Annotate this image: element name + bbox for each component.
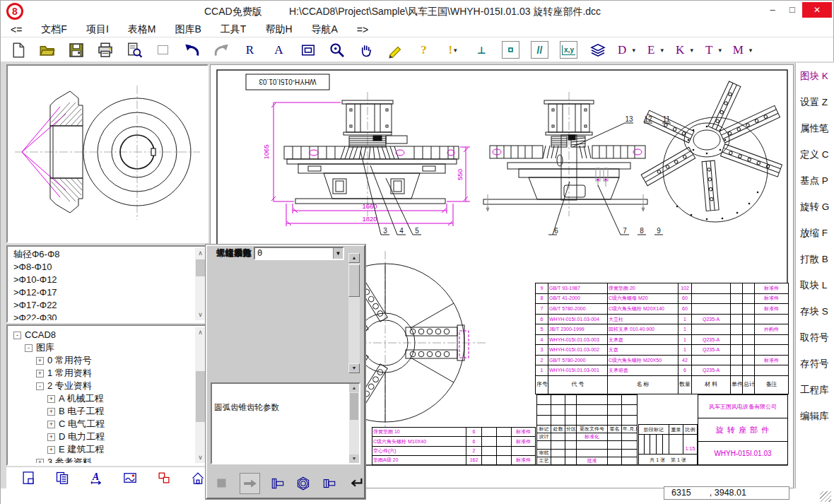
tree-expander-icon[interactable]: + (47, 433, 55, 441)
field-combobox[interactable]: 0▼ (254, 247, 344, 260)
print-icon[interactable] (96, 41, 114, 59)
home-icon[interactable] (190, 470, 206, 486)
tree-item[interactable]: + 0 常用符号 (9, 354, 195, 367)
tree-item[interactable]: - CCAD8 (9, 329, 195, 341)
sidebar-menu-item[interactable]: 取符号 (796, 324, 834, 351)
next-step-icon[interactable] (240, 473, 259, 494)
list-item[interactable]: 轴径Φ6-Φ8 (9, 248, 195, 261)
nut-icon[interactable] (295, 475, 311, 492)
scroll-up-icon[interactable]: ∧ (195, 248, 206, 259)
scroll-up-icon[interactable]: ▲ (349, 384, 359, 392)
scroll-up-icon[interactable]: ▲ (348, 253, 360, 263)
parallel-snap-icon[interactable]: // (531, 41, 548, 59)
sidebar-menu-item[interactable]: 属性笔 (796, 115, 834, 141)
tree-expander-icon[interactable]: + (47, 446, 55, 454)
important-dropdown-icon[interactable]: !▾ (444, 41, 462, 59)
d-menu-button[interactable]: D▾ (618, 41, 635, 59)
scroll-down-icon[interactable]: ▼ (349, 455, 359, 463)
scroll-up-icon[interactable]: ∧ (195, 327, 206, 338)
tree-expander-icon[interactable]: + (36, 357, 44, 365)
tree-item[interactable]: - 图库 (9, 341, 195, 354)
sidebar-menu-item[interactable]: 存符号 (796, 351, 834, 377)
scrollbar-thumb[interactable] (350, 393, 358, 420)
k-menu-button[interactable]: K▾ (676, 41, 693, 59)
bolt-front-icon[interactable] (270, 475, 286, 492)
menu-item[interactable]: 帮助H (265, 23, 292, 36)
t-menu-button[interactable]: T▾ (705, 41, 722, 59)
sidebar-menu-item[interactable]: 存块 S (796, 298, 834, 324)
close-button[interactable]: ✕ (802, 2, 832, 18)
list-item[interactable]: >Φ12-Φ17 (9, 286, 195, 299)
m-menu-button[interactable]: M▾ (734, 41, 751, 59)
sidebar-menu-item[interactable]: 工程库 (796, 377, 834, 403)
menu-item[interactable]: => (357, 24, 368, 35)
tree-expander-icon[interactable]: + (36, 459, 44, 464)
tree-item[interactable]: + 3 参考资料 (9, 456, 195, 463)
tree-expander-icon[interactable]: + (36, 370, 44, 377)
list-item[interactable]: >Φ10-Φ12 (9, 274, 195, 286)
list-item[interactable]: >Φ22-Φ30 (9, 312, 195, 320)
maximize-button[interactable]: □ (782, 2, 802, 18)
scroll-down-icon[interactable]: ∨ (195, 310, 206, 320)
image-icon[interactable] (122, 470, 138, 486)
open-file-icon[interactable] (38, 41, 56, 59)
sidebar-menu-item[interactable]: 基点 P (796, 168, 834, 194)
text-button[interactable]: A (270, 41, 288, 59)
list-scrollbar[interactable]: ∧ ∨ (195, 248, 206, 320)
menu-item[interactable]: 图库B (175, 23, 201, 36)
page-layout-icon[interactable] (20, 470, 36, 486)
text-axis-icon[interactable]: A (88, 470, 104, 486)
menu-item[interactable]: 工具T (221, 23, 247, 36)
menu-item[interactable]: <= (11, 24, 22, 35)
sidebar-menu-item[interactable]: 旋转 G (796, 194, 834, 220)
tree-item[interactable]: + B 电子工程 (9, 405, 195, 418)
tree-scrollbar[interactable]: ∧ ∨ (195, 327, 206, 463)
tree-expander-icon[interactable]: + (47, 408, 55, 416)
documents-icon[interactable] (54, 470, 70, 486)
blocks-icon[interactable] (156, 470, 172, 486)
tree-item[interactable]: + A 机械工程 (9, 392, 195, 405)
minimize-button[interactable]: – (763, 2, 782, 18)
perpendicular-snap-icon[interactable]: ⊥ (473, 41, 491, 59)
redraw-button[interactable]: R (241, 41, 259, 59)
tree-expander-icon[interactable]: + (47, 421, 55, 428)
new-document-icon[interactable] (9, 41, 27, 59)
enter-icon[interactable] (347, 475, 364, 492)
menu-item[interactable]: 项目I (86, 23, 109, 36)
scroll-down-icon[interactable]: ▼ (348, 363, 360, 373)
e-menu-button[interactable]: E▾ (647, 41, 664, 59)
redo-icon[interactable] (212, 41, 230, 59)
tree-expander-icon[interactable]: + (47, 395, 55, 403)
layers-icon[interactable] (589, 41, 606, 59)
tree-expander-icon[interactable]: - (13, 332, 21, 339)
undo-icon[interactable] (183, 41, 201, 59)
select-rectangle-icon[interactable] (154, 41, 172, 59)
sidebar-menu-item[interactable]: 取块 L (796, 272, 834, 298)
sidebar-menu-item[interactable]: 编辑库 (796, 403, 834, 429)
zoom-icon[interactable] (328, 41, 346, 59)
tree-item[interactable]: + C 电气工程 (9, 418, 195, 430)
print-preview-icon[interactable] (125, 41, 143, 59)
help-icon[interactable]: ? (415, 41, 433, 59)
pencil-draw-icon[interactable] (386, 41, 404, 59)
sidebar-menu-item[interactable]: 打散 B (796, 246, 834, 272)
point-snap-icon[interactable] (502, 41, 519, 59)
library-tree[interactable]: - CCAD8 - 图库 + 0 常用符号 + 1 常用资料 (6, 324, 208, 466)
gear-parameter-dialog[interactable]: 规格名称 >Φ17-Φ22▼ 轴径 20▼ 大端模数 2.5▼ 齿数 23▼ (206, 245, 365, 499)
sidebar-menu-item[interactable]: 设置 Z (796, 89, 834, 115)
save-icon[interactable] (67, 41, 85, 59)
info-scrollbar[interactable]: ▲ ▼ (349, 384, 359, 463)
chevron-down-icon[interactable]: ▼ (333, 248, 343, 259)
stop-icon[interactable] (214, 475, 230, 492)
tree-item[interactable]: - 2 专业资料 (9, 380, 195, 392)
sidebar-menu-item[interactable]: 图块 K (796, 63, 834, 89)
menu-item[interactable]: 文档F (41, 23, 67, 36)
menu-item[interactable]: 导航A (312, 23, 338, 36)
sidebar-menu-item[interactable]: 定义 C (796, 141, 834, 168)
resize-grip[interactable] (820, 491, 831, 502)
spec-listbox[interactable]: 轴径Φ6-Φ8>Φ8-Φ10>Φ10-Φ12>Φ12-Φ17>Φ17-Φ22>Φ… (6, 245, 208, 323)
list-item[interactable]: >Φ17-Φ22 (9, 299, 195, 312)
tree-item[interactable]: + E 建筑工程 (9, 443, 195, 456)
tree-item[interactable]: + D 电力工程 (9, 430, 195, 443)
sidebar-menu-item[interactable]: 放缩 F (796, 220, 834, 246)
